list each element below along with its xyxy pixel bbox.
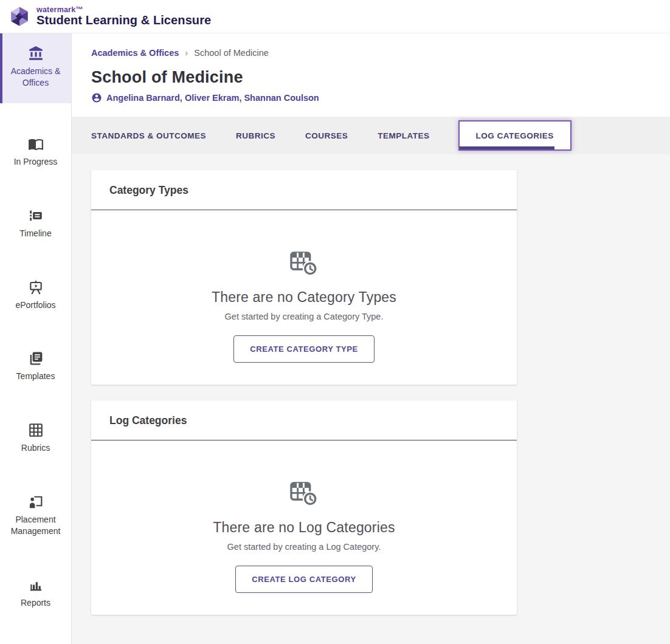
- log-categories-card-title: Log Categories: [91, 400, 517, 440]
- category-types-card-title: Category Types: [91, 170, 517, 210]
- sidebar-item-label: Reports: [21, 597, 50, 609]
- breadcrumb: Academics & Offices › School of Medicine: [91, 47, 652, 58]
- top-header: watermark™ Student Learning & Licensure: [0, 0, 670, 33]
- empty-state-subtitle: Get started by creating a Category Type.: [91, 312, 517, 321]
- category-types-empty-state: There are no Category Types Get started …: [91, 210, 517, 385]
- sidebar-item-label: Templates: [16, 371, 55, 382]
- sidebar-item-label: Rubrics: [21, 442, 50, 454]
- sidebar-item-label: In Progress: [14, 156, 58, 168]
- sidebar-item-templates[interactable]: Templates: [0, 343, 71, 389]
- grid-icon: [28, 422, 44, 438]
- members-names: Angelina Barnard, Oliver Ekram, Shannan …: [106, 93, 319, 103]
- members-row: Angelina Barnard, Oliver Ekram, Shannan …: [91, 92, 652, 103]
- table-clock-icon: [289, 249, 319, 277]
- tab-rubrics[interactable]: RUBRICS: [236, 131, 275, 140]
- watermark-logo-icon: [8, 5, 31, 28]
- main-content: Academics & Offices › School of Medicine…: [72, 33, 670, 644]
- table-clock-icon: [289, 479, 319, 507]
- bank-icon: [28, 46, 44, 61]
- sidebar-item-settings[interactable]: Settings: [0, 642, 71, 644]
- create-category-type-button[interactable]: CREATE CATEGORY TYPE: [233, 335, 375, 363]
- empty-state-subtitle: Get started by creating a Log Category.: [91, 542, 517, 552]
- tab-courses[interactable]: COURSES: [305, 131, 348, 140]
- stacked-pages-icon: [28, 351, 44, 366]
- tab-log-categories[interactable]: LOG CATEGORIES: [458, 120, 572, 151]
- easel-icon: [28, 279, 44, 295]
- page-header: Academics & Offices › School of Medicine…: [72, 33, 670, 117]
- category-types-card: Category Types There are no C: [91, 170, 517, 385]
- chevron-right-icon: ›: [185, 47, 188, 58]
- sidebar-item-reports[interactable]: Reports: [0, 570, 71, 616]
- sidebar-item-label: Academics & Offices: [6, 66, 65, 89]
- tab-standards-outcomes[interactable]: STANDARDS & OUTCOMES: [91, 131, 206, 140]
- breadcrumb-current: School of Medicine: [194, 48, 269, 58]
- app-window: watermark™ Student Learning & Licensure …: [0, 0, 670, 644]
- tab-panel-log-categories: Category Types There are no C: [72, 154, 670, 644]
- sidebar-item-in-progress[interactable]: In Progress: [0, 129, 71, 175]
- sidebar-item-academics-offices[interactable]: Academics & Offices: [0, 33, 71, 103]
- person-board-icon: [28, 494, 44, 510]
- page-title: School of Medicine: [91, 68, 652, 87]
- product-name: Student Learning & Licensure: [36, 14, 211, 27]
- empty-state-title: There are no Category Types: [91, 289, 517, 306]
- timeline-icon: [28, 208, 44, 224]
- breadcrumb-parent-link[interactable]: Academics & Offices: [91, 48, 179, 58]
- tab-bar: STANDARDS & OUTCOMES RUBRICS COURSES TEM…: [72, 117, 670, 154]
- brand-text: watermark™ Student Learning & Licensure: [36, 5, 211, 27]
- sidebar-item-eportfolios[interactable]: ePortfolios: [0, 272, 71, 318]
- watermark-logo: watermark™ Student Learning & Licensure: [8, 5, 211, 28]
- sidebar-item-timeline[interactable]: Timeline: [0, 200, 71, 247]
- log-categories-empty-state: There are no Log Categories Get started …: [91, 440, 517, 615]
- sidebar-nav: Academics & Offices In Progress Timeline: [0, 33, 72, 644]
- sidebar-item-label: Timeline: [19, 228, 51, 239]
- log-categories-card: Log Categories There are no L: [91, 400, 517, 615]
- empty-state-title: There are no Log Categories: [91, 519, 517, 536]
- sidebar-item-label: ePortfolios: [15, 300, 55, 311]
- bar-chart-icon: [28, 577, 44, 593]
- create-log-category-button[interactable]: CREATE LOG CATEGORY: [235, 566, 373, 593]
- tab-templates[interactable]: TEMPLATES: [378, 131, 429, 140]
- open-book-icon: [28, 136, 44, 152]
- person-circle-icon: [91, 92, 102, 103]
- sidebar-item-label: Placement Management: [4, 514, 67, 537]
- sidebar-item-rubrics[interactable]: Rubrics: [0, 415, 71, 461]
- sidebar-item-placement-management[interactable]: Placement Management: [0, 487, 71, 544]
